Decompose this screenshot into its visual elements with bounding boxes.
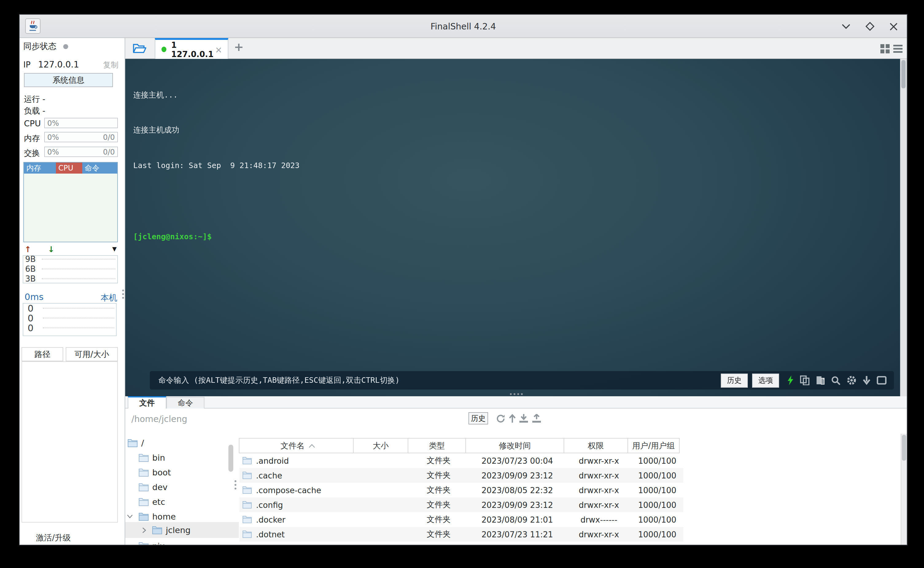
col-owner[interactable]: 用户/用户组 xyxy=(627,438,680,453)
terminal-prompt: [jcleng@nixos:~]$ xyxy=(133,231,300,243)
tree-label: boot xyxy=(152,467,171,477)
open-folder-icon[interactable] xyxy=(133,43,147,54)
session-tab[interactable]: 1 127.0.0.1 × xyxy=(155,38,229,59)
command-input-bar[interactable]: 命令输入 (按ALT键提示历史,TAB键路径,ESC键返回,双击CTRL切换) … xyxy=(150,371,894,390)
maximize-icon[interactable] xyxy=(865,21,876,32)
col-size[interactable]: 大小 xyxy=(353,438,408,453)
session-tab-bar: 1 127.0.0.1 × + xyxy=(125,38,907,59)
command-history-button[interactable]: 历史 xyxy=(721,373,748,387)
net-dropdown-icon[interactable]: ▼ xyxy=(112,245,117,252)
file-name: .docker xyxy=(256,515,285,524)
scroll-down-icon[interactable] xyxy=(863,376,871,385)
download-arrow-icon: ↓ xyxy=(48,245,55,254)
file-size xyxy=(354,468,409,483)
disk-col-avail[interactable]: 可用/大小 xyxy=(66,347,118,361)
tree-splitter-handle[interactable] xyxy=(235,480,236,489)
table-row[interactable]: .config 文件夹 2023/09/09 23:12 drwxr-xr-x … xyxy=(239,497,683,512)
window-mode-icon[interactable] xyxy=(877,376,886,385)
tree-item-boot[interactable]: boot xyxy=(125,465,239,480)
tree-item-nix[interactable]: nix xyxy=(125,539,239,545)
tree-item-home[interactable]: home xyxy=(125,509,239,524)
path-history-button[interactable]: 历史 xyxy=(468,412,488,424)
minimize-icon[interactable] xyxy=(841,23,851,30)
network-graph: 9B 6B 3B xyxy=(23,255,118,283)
up-directory-icon[interactable] xyxy=(509,414,516,423)
col-filename[interactable]: 文件名 xyxy=(239,438,354,453)
copy-icon[interactable] xyxy=(800,375,810,385)
new-session-button[interactable]: + xyxy=(234,40,244,53)
tab-files[interactable]: 文件 xyxy=(128,396,167,408)
session-close-icon[interactable]: × xyxy=(215,45,222,54)
terminal-scrollbar-thumb[interactable] xyxy=(901,60,906,88)
command-options-button[interactable]: 选项 xyxy=(752,373,779,387)
ping-host[interactable]: 本机 xyxy=(101,293,117,304)
tree-label: jcleng xyxy=(166,525,191,535)
directory-tree: / bin xyxy=(125,434,239,545)
activate-upgrade-link[interactable]: 激活/升级 xyxy=(20,532,87,544)
command-input-placeholder[interactable]: 命令输入 (按ALT键提示历史,TAB键路径,ESC键返回,双击CTRL切换) xyxy=(158,375,716,385)
file-table-scrollbar-thumb[interactable] xyxy=(902,435,906,461)
panel-splitter-handle[interactable] xyxy=(510,393,523,395)
disk-col-path[interactable]: 路径 xyxy=(21,347,63,361)
ip-label: IP xyxy=(23,60,30,69)
upload-icon[interactable] xyxy=(532,414,542,423)
sort-ascending-icon xyxy=(309,444,315,447)
swap-ratio: 0/0 xyxy=(103,148,115,156)
file-mtime: 2023/07/23 00:04 xyxy=(468,453,567,468)
tree-item-bin[interactable]: bin xyxy=(125,450,239,465)
copy-ip-button[interactable]: 复制 xyxy=(103,60,118,71)
path-input[interactable]: /home/jcleng xyxy=(132,414,187,424)
col-permissions[interactable]: 权限 xyxy=(563,438,628,453)
tree-scrollbar-thumb[interactable] xyxy=(229,445,233,472)
table-row[interactable]: .dotnet 文件夹 2023/07/23 11:21 drwxr-xr-x … xyxy=(239,527,683,542)
tree-item-etc[interactable]: etc xyxy=(125,494,239,509)
process-tab-memory[interactable]: 内存 xyxy=(24,163,56,174)
col-type[interactable]: 类型 xyxy=(407,438,466,453)
net-tick-6b: 6B xyxy=(25,264,36,273)
table-row[interactable]: .compose-cache 文件夹 2023/08/05 22:32 drwx… xyxy=(239,483,683,497)
table-row[interactable]: .android 文件夹 2023/07/23 00:04 drwxr-xr-x… xyxy=(239,453,683,468)
chevron-collapsed-icon[interactable] xyxy=(142,527,146,533)
file-permissions: drwx------ xyxy=(567,512,631,527)
refresh-icon[interactable] xyxy=(496,414,505,423)
sidebar: 同步状态 IP 127.0.0.1 复制 系统信息 运行 - 负载 - CPU … xyxy=(20,38,125,545)
folder-icon xyxy=(242,457,252,464)
grid-layout-icon[interactable] xyxy=(880,44,890,53)
file-size xyxy=(354,483,409,497)
terminal-line: Last login: Sat Sep 9 21:48:17 2023 xyxy=(133,160,300,172)
file-owner: 1000/100 xyxy=(631,512,683,527)
tree-item-root[interactable]: / xyxy=(125,435,239,450)
process-tab-cpu[interactable]: CPU xyxy=(56,163,82,174)
file-type: 文件夹 xyxy=(409,497,468,512)
terminal-scrollbar[interactable] xyxy=(900,59,907,396)
tree-item-jcleng[interactable]: jcleng xyxy=(125,522,239,538)
list-layout-icon[interactable] xyxy=(893,44,903,53)
quick-command-icon[interactable] xyxy=(787,375,794,385)
file-owner: 1000/100 xyxy=(631,468,683,483)
tab-commands[interactable]: 命令 xyxy=(167,397,204,408)
file-permissions: drwxr-xr-x xyxy=(567,483,631,497)
process-tab-command[interactable]: 命令 xyxy=(82,163,117,174)
close-icon[interactable] xyxy=(889,22,898,31)
memory-ratio: 0/0 xyxy=(103,133,115,141)
folder-icon xyxy=(128,439,138,447)
terminal-screen[interactable]: 连接主机... 连接主机成功 Last login: Sat Sep 9 21:… xyxy=(125,59,907,396)
chevron-expanded-icon[interactable] xyxy=(127,515,133,518)
file-mtime: 2023/09/09 23:12 xyxy=(468,497,567,512)
sidebar-splitter-handle[interactable] xyxy=(122,290,124,299)
table-row[interactable]: .cache 文件夹 2023/09/09 23:12 drwxr-xr-x 1… xyxy=(239,468,683,483)
tree-item-dev[interactable]: dev xyxy=(125,480,239,494)
settings-gear-icon[interactable] xyxy=(847,375,856,385)
file-table-scrollbar[interactable] xyxy=(901,434,907,545)
sync-status-label: 同步状态 xyxy=(23,41,56,52)
folder-icon xyxy=(242,530,252,538)
search-icon[interactable] xyxy=(831,376,841,385)
system-info-button[interactable]: 系统信息 xyxy=(24,73,113,87)
table-row[interactable]: .docker 文件夹 2023/08/09 21:01 drwx------ … xyxy=(239,512,683,527)
file-mtime: 2023/08/05 22:32 xyxy=(468,483,567,497)
net-tick-3b: 3B xyxy=(25,274,36,283)
paste-icon[interactable] xyxy=(816,375,825,385)
folder-icon xyxy=(139,498,148,506)
col-mtime[interactable]: 修改时间 xyxy=(465,438,564,453)
download-icon[interactable] xyxy=(519,414,529,423)
